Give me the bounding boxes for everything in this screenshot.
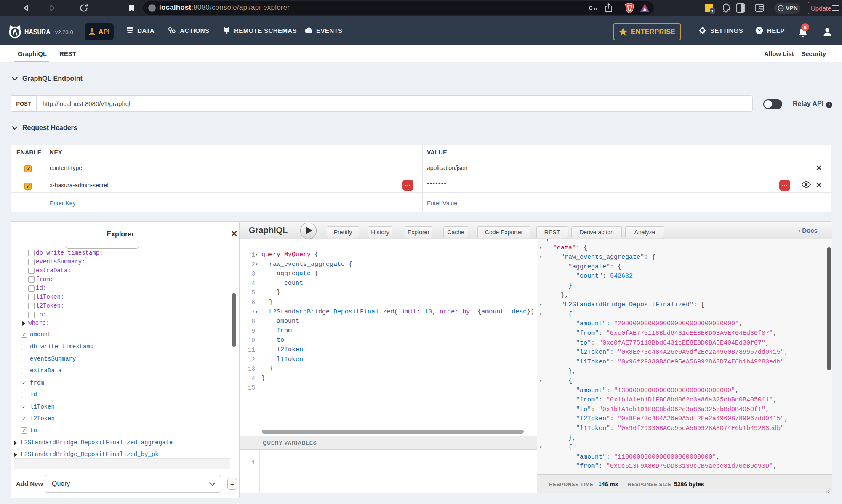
svg-text:?: ? [758,27,761,33]
